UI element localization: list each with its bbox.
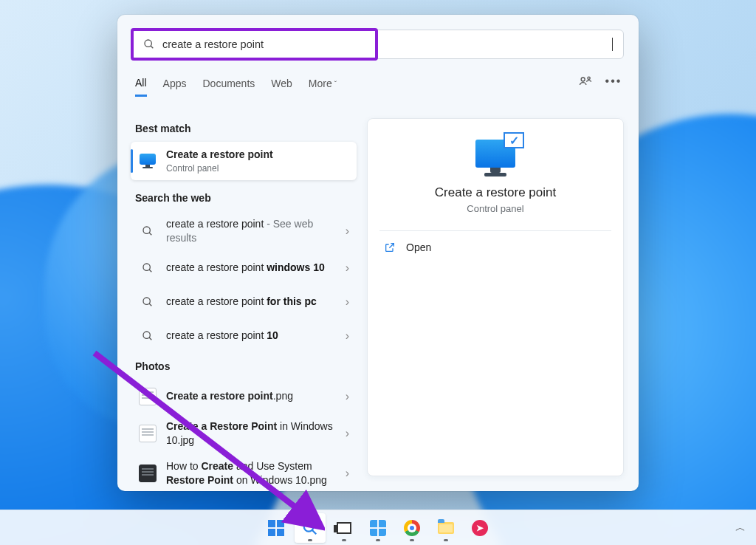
file-explorer-icon xyxy=(438,522,454,534)
taskbar: ➤ xyxy=(0,510,756,545)
search-icon xyxy=(138,258,157,278)
web-result[interactable]: create a restore point 10› xyxy=(131,319,357,353)
svg-line-14 xyxy=(312,529,317,534)
chevron-right-icon: › xyxy=(346,427,349,440)
web-result[interactable]: create a restore point - See web results… xyxy=(131,211,357,251)
preview-subtitle: Control panel xyxy=(382,203,608,214)
svg-point-10 xyxy=(143,332,150,338)
chevron-right-icon: › xyxy=(346,329,349,343)
result-title: Create a restore point xyxy=(166,148,273,160)
search-icon xyxy=(138,326,157,346)
chevron-right-icon: › xyxy=(346,261,349,275)
taskbar-file-explorer[interactable] xyxy=(430,513,461,543)
search-input[interactable] xyxy=(162,38,613,50)
monitor-large-icon: ✓ xyxy=(475,140,515,176)
result-title: How to Create and Use System Restore Poi… xyxy=(166,459,346,487)
result-title: create a restore point 10 xyxy=(166,329,278,343)
search-box[interactable] xyxy=(132,30,624,59)
svg-point-6 xyxy=(143,264,150,270)
search-icon xyxy=(143,38,155,50)
monitor-icon xyxy=(138,151,157,171)
svg-line-11 xyxy=(149,337,151,340)
result-subtitle: Control panel xyxy=(166,162,273,174)
chevron-up-icon: ︿ xyxy=(735,521,746,533)
search-icon xyxy=(138,292,157,312)
web-result[interactable]: create a restore point windows 10› xyxy=(131,251,357,285)
taskbar-start[interactable] xyxy=(261,513,292,543)
widgets-icon xyxy=(370,520,386,536)
taskbar-app-red[interactable]: ➤ xyxy=(464,513,495,543)
chevron-right-icon: › xyxy=(346,224,349,238)
result-title: create a restore point windows 10 xyxy=(166,261,325,275)
taskbar-taskview[interactable] xyxy=(329,513,360,543)
svg-point-8 xyxy=(143,298,150,304)
svg-line-1 xyxy=(151,46,153,48)
preview-title: Create a restore point xyxy=(382,185,608,200)
image-thumb-icon xyxy=(138,424,157,443)
svg-line-7 xyxy=(149,270,151,272)
red-app-icon: ➤ xyxy=(472,520,488,536)
svg-line-5 xyxy=(149,233,151,235)
account-sync-icon[interactable] xyxy=(578,74,593,89)
svg-point-2 xyxy=(581,78,585,81)
tab-web[interactable]: Web xyxy=(271,78,292,95)
checkmark-badge-icon: ✓ xyxy=(504,132,524,148)
result-title: create a restore point - See web results xyxy=(166,217,346,245)
chevron-right-icon: › xyxy=(346,295,349,309)
search-icon xyxy=(302,520,318,536)
search-panel: All Apps Documents Web Moreˇ ••• Best ma… xyxy=(117,15,639,491)
taskbar-search[interactable] xyxy=(295,513,326,543)
svg-point-0 xyxy=(145,40,151,47)
chrome-icon xyxy=(404,520,420,536)
taskview-icon xyxy=(337,522,351,534)
open-external-icon xyxy=(384,241,396,253)
chevron-right-icon: › xyxy=(346,467,349,480)
taskbar-chrome[interactable] xyxy=(396,513,427,543)
chevron-right-icon: › xyxy=(346,390,349,403)
photo-result[interactable]: Create a restore point.png› xyxy=(131,380,357,414)
svg-point-3 xyxy=(588,77,590,79)
preview-pane: ✓ Create a restore point Control panel O… xyxy=(367,118,624,476)
photo-result[interactable]: How to Create and Use System Restore Poi… xyxy=(131,453,357,491)
taskbar-widgets[interactable] xyxy=(362,513,394,543)
result-title: Create a restore point.png xyxy=(166,389,293,403)
image-thumb-icon xyxy=(138,464,157,483)
taskbar-tray[interactable]: ︿ xyxy=(735,521,746,535)
tab-more[interactable]: Moreˇ xyxy=(309,78,337,95)
photo-result[interactable]: Create a Restore Point in Windows 10.jpg… xyxy=(131,414,357,453)
filter-tabs: All Apps Documents Web Moreˇ xyxy=(135,74,621,99)
svg-point-13 xyxy=(304,521,314,531)
section-photos: Photos xyxy=(135,360,352,372)
open-label: Open xyxy=(406,241,431,253)
svg-line-9 xyxy=(149,304,151,306)
windows-logo-icon xyxy=(268,520,284,536)
svg-point-4 xyxy=(143,227,150,233)
open-action[interactable]: Open xyxy=(368,231,623,264)
chevron-down-icon: ˇ xyxy=(334,80,337,89)
text-caret xyxy=(612,38,613,51)
tab-apps[interactable]: Apps xyxy=(163,78,187,95)
tab-all[interactable]: All xyxy=(135,77,147,97)
more-options-icon[interactable]: ••• xyxy=(606,74,621,89)
tab-documents[interactable]: Documents xyxy=(202,78,255,95)
section-search-web: Search the web xyxy=(135,192,352,204)
search-icon xyxy=(138,222,157,241)
web-result[interactable]: create a restore point for this pc› xyxy=(131,285,357,319)
image-thumb-icon xyxy=(138,387,157,406)
section-best-match: Best match xyxy=(135,123,352,134)
result-title: Create a Restore Point in Windows 10.jpg xyxy=(166,419,346,448)
result-title: create a restore point for this pc xyxy=(166,295,317,309)
best-match-result[interactable]: Create a restore point Control panel xyxy=(131,142,357,180)
